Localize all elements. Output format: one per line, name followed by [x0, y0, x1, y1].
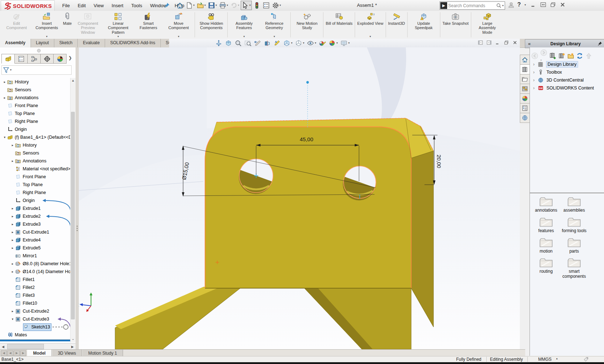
tree-item-cut-extrude3[interactable]: ▾Cut-Extrude3 — [0, 315, 70, 323]
tab-nav-prev-icon[interactable]: ◀ — [7, 350, 13, 356]
tree-item-sensors[interactable]: Sensors — [0, 86, 70, 94]
feature-tree-hscrollbar[interactable]: ◀ ▶ — [0, 343, 76, 350]
new-motion-study-button[interactable]: New Motion Study — [292, 11, 322, 39]
select-icon[interactable]: ▾ — [241, 1, 252, 10]
library-folder-annotations[interactable]: annotations — [532, 196, 560, 213]
expander-icon[interactable]: ▸ — [10, 230, 15, 234]
restore-window-icon[interactable] — [550, 1, 556, 8]
tree-item-fillet3[interactable]: Fillet3 — [0, 291, 70, 299]
feature-filter[interactable]: ▾ — [1, 65, 72, 75]
tree-item-fillet1[interactable]: Fillet1 — [0, 276, 70, 284]
print-icon[interactable]: ▾ — [218, 1, 229, 10]
scroll-up-icon[interactable]: ▲ — [71, 78, 76, 83]
taskpane-tab-home[interactable] — [520, 55, 530, 65]
tree-item-cut-extrude1[interactable]: ▸Cut-Extrude1 — [0, 228, 70, 236]
library-folder-smart-components[interactable]: smart components — [560, 257, 588, 279]
tree-item-top-plane[interactable]: Top Plane — [0, 181, 70, 189]
tree-item-top-plane[interactable]: Top Plane — [0, 110, 70, 118]
doc-tab-motion-study-1[interactable]: Motion Study 1 — [82, 350, 123, 356]
status-units[interactable]: MMGS — [538, 357, 551, 362]
filter-dropdown-caret[interactable]: ▾ — [10, 69, 12, 72]
save-icon[interactable]: ▾ — [207, 1, 218, 10]
feature-tree-scrollbar[interactable]: ▲ ⌄ — [70, 78, 76, 342]
tab-evaluate[interactable]: Evaluate — [78, 39, 105, 47]
view-settings-icon[interactable]: ▾ — [340, 40, 350, 47]
expander-icon[interactable]: ▸ — [10, 159, 15, 163]
assembly-features-button[interactable]: Assembly Features▾ — [229, 11, 259, 39]
design-library-header[interactable]: « Design Library — [525, 39, 604, 48]
expander-icon[interactable]: ▸ — [10, 270, 15, 273]
expander-icon[interactable]: ▸ — [10, 246, 15, 250]
tree-item-right-plane[interactable]: Right Plane — [0, 118, 70, 125]
expander-icon[interactable]: › — [530, 70, 538, 75]
tree-item--f-base1-1-default-def[interactable]: ▾(f) Base1_&<1> (Default<<Def — [0, 133, 70, 141]
rebuild-icon[interactable] — [253, 1, 261, 10]
hole-left[interactable] — [239, 159, 273, 194]
search-input[interactable] — [448, 3, 496, 9]
tab-layout[interactable]: Layout — [31, 39, 54, 47]
pane-left-doc-icon[interactable] — [478, 40, 483, 45]
linear-component-pattern-button[interactable]: Linear Component Pattern▾ — [103, 11, 133, 39]
exploded-view-button[interactable]: ?Exploded View▾ — [356, 11, 385, 39]
expander-icon[interactable]: ▸ — [10, 143, 15, 147]
tree-item-origin[interactable]: Origin — [0, 197, 70, 204]
tree-item-history[interactable]: ▸History — [0, 141, 70, 149]
library-item-design-library[interactable]: ›Design Library — [530, 60, 604, 68]
file-properties-icon[interactable] — [262, 1, 271, 10]
tab-solidworks-add-ins[interactable]: SOLIDWORKS Add-Ins — [105, 39, 160, 47]
minimize-doc-icon[interactable] — [495, 40, 500, 45]
expander-icon[interactable]: › — [530, 86, 538, 91]
close-window-icon[interactable] — [559, 1, 566, 8]
tab-nav-first-icon[interactable]: ◀ — [1, 350, 7, 356]
instant3d-button[interactable]: Instant3D — [387, 11, 406, 39]
new-document-icon[interactable]: ▾ — [185, 1, 195, 10]
tab-featuremanager-design-tree[interactable] — [1, 54, 15, 64]
tree-item-fillet10[interactable]: Fillet10 — [0, 299, 70, 307]
tab-dimxpertmanager[interactable] — [41, 54, 54, 64]
tree-item-extrude1[interactable]: ▸Extrude1 — [0, 204, 70, 212]
large-assembly-mode-button[interactable]: Large Assembly Mode — [472, 11, 503, 39]
tree-item-origin[interactable]: Origin — [0, 125, 70, 133]
library-folder-assemblies[interactable]: assemblies — [560, 196, 588, 213]
search-dropdown-caret[interactable]: ▾ — [502, 4, 504, 7]
tab-sketch[interactable]: Sketch — [54, 39, 78, 47]
expander-icon[interactable]: ▸ — [10, 262, 15, 266]
take-snapshot-button[interactable]: Take Snapshot — [441, 11, 470, 39]
scrollbar-thumb[interactable] — [71, 112, 75, 319]
hide-show-items-icon[interactable]: ▾ — [307, 40, 316, 47]
home-icon[interactable] — [176, 1, 184, 10]
section-view-icon[interactable] — [264, 40, 271, 47]
expander-icon[interactable]: ▸ — [2, 80, 7, 84]
menu-file[interactable]: File — [58, 1, 74, 10]
doc-tab-model[interactable]: Model — [27, 350, 52, 356]
help-icon[interactable]: ? — [517, 1, 521, 8]
tree-item-mates[interactable]: Mates — [0, 331, 70, 339]
tab-nav-next-icon[interactable]: ▶ — [14, 350, 20, 356]
scroll-down-icon[interactable]: ⌄ — [71, 337, 76, 341]
tree-item--8-0-8-diameter-hole1[interactable]: ▸Ø8.0 (8) Diameter Hole1 — [0, 260, 70, 268]
smart-fasteners-button[interactable]: Smart Fasteners — [133, 11, 163, 39]
expander-icon[interactable]: › — [530, 62, 538, 67]
rollback-bar[interactable] — [0, 340, 71, 341]
show-hidden-components-button[interactable]: Show Hidden Components — [196, 11, 226, 39]
tree-item-history[interactable]: ▸History — [0, 78, 70, 86]
zoom-to-area-icon[interactable] — [225, 40, 232, 47]
tab-configurationmanager[interactable] — [28, 54, 41, 64]
tree-item-cut-extrude2[interactable]: ▸Cut-Extrude2 — [0, 307, 70, 315]
library-folder-motion[interactable]: motion — [532, 237, 560, 254]
collapse-panel-icon[interactable]: « — [525, 41, 533, 46]
featuremanager-tabs-overflow-icon[interactable]: ❯ — [68, 55, 72, 60]
expander-icon[interactable]: › — [530, 78, 538, 83]
taskpane-tab-custom-properties[interactable] — [520, 103, 530, 113]
close-doc-icon[interactable] — [512, 40, 518, 45]
expander-icon[interactable]: ▸ — [10, 215, 15, 218]
expander-icon[interactable]: ▸ — [10, 238, 15, 242]
graphics-viewport[interactable]: 45,00 Ø15,00 20,00 Z — [79, 47, 520, 349]
open-icon[interactable]: ▾ — [196, 1, 206, 10]
tree-item-extrude4[interactable]: ▸Extrude4 — [0, 236, 70, 244]
library-folder-forming-tools[interactable]: forming tools — [560, 217, 588, 234]
tab-displaymanager[interactable] — [54, 54, 67, 64]
edit-appearance-icon[interactable] — [319, 40, 326, 47]
units-dropdown-caret[interactable]: ▴ — [556, 357, 558, 360]
library-item-solidworks-content[interactable]: ›SWSOLIDWORKS Content — [530, 84, 604, 92]
